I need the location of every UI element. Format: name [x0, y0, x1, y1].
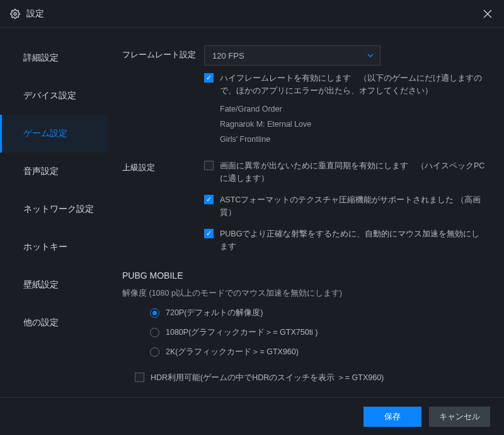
sidebar-item-4[interactable]: ネットワーク設定	[0, 190, 108, 228]
save-button[interactable]: 保存	[364, 407, 421, 427]
resolution-option-2[interactable]: 2K(グラフィックカード＞= GTX960)	[150, 347, 485, 357]
mouse-accel-text: PUBGでより正確な射撃をするために、自動的にマウス加速を無効にします	[220, 228, 485, 253]
pubg-resolution-group: 720P(デフォルトの解像度)1080P(グラフィックカード＞= GTX750t…	[122, 308, 485, 357]
footer: 保存 キャンセル	[0, 397, 504, 435]
content-pane: フレームレート設定 120 FPS ハイフレームレートを有効にします （以下のゲ…	[108, 28, 504, 397]
sidebar-item-3[interactable]: 音声設定	[0, 153, 108, 190]
window-title: 設定	[26, 8, 481, 20]
resolution-option-1[interactable]: 1080P(グラフィックカード＞= GTX750ti )	[150, 327, 485, 338]
vsync-checkbox[interactable]	[204, 161, 214, 170]
titlebar: 設定	[0, 0, 504, 28]
cancel-button[interactable]: キャンセル	[429, 407, 490, 427]
high-framerate-text: ハイフレームレートを有効にします （以下のゲームにだけ適しますので、ほかのアプリ…	[220, 72, 485, 97]
framerate-label: フレームレート設定	[122, 45, 204, 147]
gear-icon	[10, 9, 20, 19]
mouse-accel-checkbox[interactable]	[204, 229, 214, 238]
radio-icon	[150, 347, 159, 357]
astc-checkbox[interactable]	[204, 195, 214, 204]
radio-label: 1080P(グラフィックカード＞= GTX750ti )	[166, 327, 318, 338]
vsync-text: 画面に異常が出ないために垂直同期を有効にします （ハイスペックPCに適します）	[220, 160, 485, 185]
pubg-resolution-note: 解像度 (1080 p以上のモードでのマウス加速を無効にします)	[122, 288, 485, 299]
svg-point-0	[14, 13, 16, 15]
framerate-value: 120 FPS	[212, 51, 244, 61]
astc-text: ASTCフォーマットのテクスチャ圧縮機能がサポートされました （高画質）	[220, 194, 485, 219]
hdr-checkbox[interactable]	[135, 373, 144, 382]
advanced-label: 上級設定	[122, 158, 204, 253]
radio-icon	[150, 308, 159, 318]
radio-label: 2K(グラフィックカード＞= GTX960)	[166, 347, 299, 357]
high-framerate-game-list: Fate/Grand OrderRagnarok M: Eternal Love…	[220, 102, 485, 147]
sidebar: 詳細設定デバイス設定ゲーム設定音声設定ネットワーク設定ホットキー壁紙設定他の設定	[0, 28, 108, 397]
list-item: Fate/Grand Order	[220, 102, 485, 117]
radio-label: 720P(デフォルトの解像度)	[166, 308, 263, 318]
sidebar-item-7[interactable]: 他の設定	[0, 304, 108, 342]
pubg-section-title: PUBG MOBILE	[122, 270, 485, 281]
high-framerate-checkbox[interactable]	[204, 73, 214, 83]
chevron-down-icon	[367, 54, 374, 57]
radio-icon	[150, 328, 159, 337]
sidebar-item-2[interactable]: ゲーム設定	[0, 115, 108, 153]
hdr-text: HDR利用可能(ゲームの中でHDRのスイッチを表示 ＞= GTX960)	[151, 371, 384, 384]
sidebar-item-0[interactable]: 詳細設定	[0, 39, 108, 77]
sidebar-item-6[interactable]: 壁紙設定	[0, 266, 108, 304]
resolution-option-0[interactable]: 720P(デフォルトの解像度)	[150, 308, 485, 318]
sidebar-item-1[interactable]: デバイス設定	[0, 77, 108, 115]
list-item: Ragnarok M: Eternal Love	[220, 117, 485, 132]
framerate-select[interactable]: 120 FPS	[204, 45, 381, 66]
close-button[interactable]	[481, 8, 494, 20]
list-item: Girls' Frontline	[220, 132, 485, 148]
sidebar-item-5[interactable]: ホットキー	[0, 228, 108, 266]
